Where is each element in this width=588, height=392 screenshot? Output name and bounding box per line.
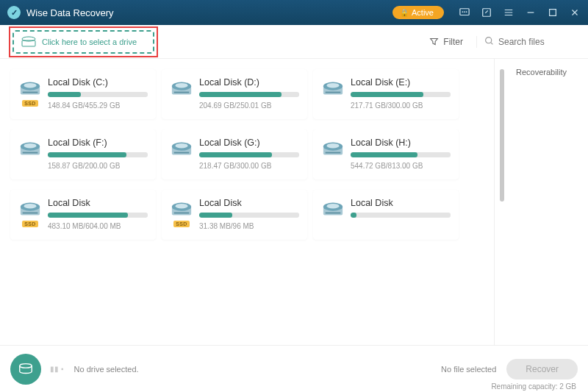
- drive-card[interactable]: Local Disk (G:) 218.47 GB/300.00 GB: [162, 129, 307, 179]
- drive-name: Local Disk (C:): [48, 77, 148, 88]
- drive-name: Local Disk: [351, 198, 451, 208]
- drive-name: Local Disk (E:): [351, 77, 451, 88]
- hdd-icon: [19, 198, 41, 218]
- ssd-badge: SSD: [173, 221, 189, 227]
- usage-bar: [199, 92, 299, 97]
- select-drive-button[interactable]: Click here to select a drive: [12, 30, 154, 54]
- search-icon: [484, 36, 494, 48]
- select-drive-highlight: Click here to select a drive: [9, 26, 158, 57]
- footer: ▮▮ ▪ No drive selected. No file selected…: [0, 345, 588, 392]
- drive-card[interactable]: SSD Local Disk 483.10 MB/604.00 MB: [10, 190, 156, 240]
- drive-name: Local Disk (D:): [199, 77, 299, 88]
- active-button[interactable]: 🔒 Active: [392, 6, 444, 19]
- app-title: Wise Data Recovery: [26, 7, 113, 18]
- usage-bar: [48, 213, 148, 218]
- pause-icon[interactable]: ▮▮: [50, 365, 59, 373]
- drive-card[interactable]: Local Disk (E:) 217.71 GB/300.00 GB: [313, 69, 459, 119]
- stop-icon[interactable]: ▪: [61, 365, 64, 373]
- drive-card[interactable]: Local Disk (F:) 158.87 GB/200.00 GB: [10, 129, 156, 179]
- minimize-icon[interactable]: [525, 7, 537, 18]
- usage-bar: [48, 92, 148, 97]
- search-wrap: [476, 36, 579, 48]
- search-input[interactable]: [498, 37, 579, 47]
- drive-card[interactable]: SSD Local Disk 31.38 MB/96 MB: [162, 190, 307, 240]
- menu-icon[interactable]: [503, 7, 514, 18]
- svg-rect-13: [174, 92, 190, 93]
- hdd-icon: [171, 77, 193, 98]
- usage-bar: [199, 152, 299, 157]
- usage-bar: [351, 92, 451, 97]
- drive-size: 31.38 MB/96 MB: [199, 222, 299, 230]
- select-drive-label: Click here to select a drive: [42, 38, 137, 46]
- drive-card[interactable]: Local Disk (H:) 544.72 GB/813.00 GB: [313, 129, 459, 179]
- maximize-icon[interactable]: [547, 7, 559, 18]
- svg-point-5: [486, 37, 492, 43]
- usage-bar: [199, 213, 299, 218]
- drives-panel[interactable]: SSD Local Disk (C:) 148.84 GB/455.29 GB …: [0, 59, 494, 345]
- scrollbar-thumb[interactable]: [500, 69, 504, 202]
- drive-icon: [21, 36, 36, 48]
- main-area: SSD Local Disk (C:) 148.84 GB/455.29 GB …: [0, 59, 588, 345]
- remaining-capacity-label: Remaining capacity: 2 GB: [491, 382, 576, 391]
- hdd-icon: [171, 198, 193, 218]
- drive-size: 483.10 MB/604.00 MB: [48, 222, 148, 230]
- hdd-icon: [322, 198, 344, 218]
- hdd-icon: [19, 77, 41, 98]
- svg-point-8: [24, 83, 37, 88]
- svg-rect-17: [326, 92, 341, 93]
- active-label: Active: [412, 8, 434, 17]
- feedback-icon[interactable]: [459, 7, 470, 18]
- svg-rect-41: [326, 213, 341, 214]
- svg-rect-29: [326, 152, 341, 154]
- toolbar: Click here to select a drive Filter: [0, 25, 588, 59]
- hdd-icon: [322, 138, 344, 158]
- svg-rect-1: [483, 9, 491, 17]
- drive-card[interactable]: Local Disk (D:) 204.69 GB/250.01 GB: [162, 69, 307, 119]
- svg-point-32: [24, 204, 37, 209]
- drive-size: 148.84 GB/455.29 GB: [48, 101, 148, 110]
- usage-bar: [48, 152, 148, 157]
- usage-bar: [351, 213, 451, 218]
- svg-point-12: [176, 83, 188, 88]
- usage-bar: [351, 152, 451, 157]
- drive-name: Local Disk (H:): [351, 138, 451, 148]
- no-drive-label: No drive selected.: [74, 365, 139, 374]
- drive-name: Local Disk: [48, 198, 148, 208]
- playback-controls[interactable]: ▮▮ ▪: [50, 365, 64, 373]
- svg-rect-9: [23, 92, 38, 93]
- svg-point-40: [327, 204, 340, 209]
- drive-size: 218.47 GB/300.00 GB: [199, 162, 299, 170]
- drive-size: 217.71 GB/300.00 GB: [351, 101, 451, 110]
- filter-label: Filter: [443, 37, 463, 47]
- svg-rect-25: [174, 152, 190, 154]
- drive-name: Local Disk (F:): [48, 138, 148, 148]
- ssd-badge: SSD: [22, 100, 37, 107]
- filter-icon: [429, 37, 439, 46]
- drive-card[interactable]: SSD Local Disk (C:) 148.84 GB/455.29 GB: [10, 69, 156, 119]
- titlebar: Wise Data Recovery 🔒 Active: [0, 0, 588, 25]
- hdd-icon: [171, 138, 193, 158]
- drive-size: 544.72 GB/813.00 GB: [351, 162, 451, 170]
- drive-size: 204.69 GB/250.01 GB: [199, 101, 299, 110]
- svg-point-20: [24, 143, 37, 149]
- lock-icon: 🔒: [400, 9, 409, 17]
- ssd-badge: SSD: [22, 221, 37, 227]
- no-file-label: No file selected: [441, 365, 496, 374]
- drive-card[interactable]: Local Disk: [313, 190, 459, 240]
- hdd-icon: [19, 138, 41, 158]
- recover-button[interactable]: Recover: [506, 359, 578, 379]
- close-icon[interactable]: [569, 7, 581, 18]
- drive-name: Local Disk (G:): [199, 138, 299, 148]
- edit-icon[interactable]: [481, 7, 492, 18]
- hdd-icon: [322, 77, 344, 98]
- filter-button[interactable]: Filter: [423, 34, 469, 50]
- svg-rect-21: [23, 152, 38, 154]
- drive-scan-icon: [18, 361, 34, 377]
- scan-button[interactable]: [10, 354, 41, 385]
- recoverability-header: Recoverability: [495, 66, 588, 78]
- drive-name: Local Disk: [199, 198, 299, 208]
- svg-rect-33: [23, 213, 38, 214]
- svg-point-42: [20, 363, 32, 368]
- drive-size: 158.87 GB/200.00 GB: [48, 162, 148, 170]
- results-column: Recoverability: [494, 59, 588, 345]
